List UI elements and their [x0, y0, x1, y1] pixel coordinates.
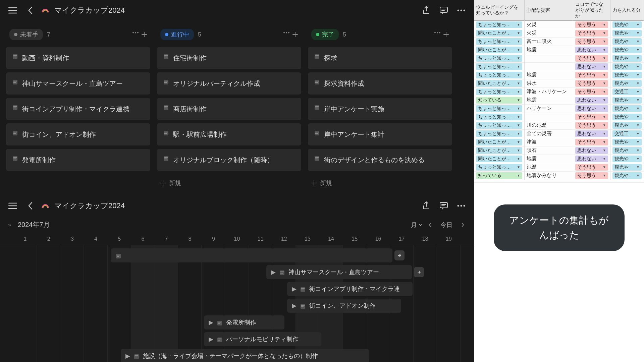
- column-add-icon[interactable]: [292, 32, 298, 37]
- kanban-card[interactable]: 神山サマースクール・直島ツアー: [6, 72, 150, 95]
- kanban-card[interactable]: 探求: [308, 47, 452, 69]
- column-more-icon[interactable]: [132, 32, 139, 37]
- tag-cell[interactable]: 観光や▼: [612, 172, 642, 179]
- tag-cell[interactable]: 観光や▼: [612, 80, 642, 87]
- sheet-header[interactable]: コロナでつながりが減ったか: [573, 0, 610, 20]
- kanban-card[interactable]: オリジナルパーティクル作成: [157, 72, 301, 95]
- cell[interactable]: 地震: [524, 71, 573, 79]
- table-row[interactable]: 聞いたことが…▼津波そう思う▼観光や▼: [474, 138, 644, 146]
- table-row[interactable]: 聞いたことが…▼地震思わない▼観光や▼: [474, 46, 644, 54]
- cell[interactable]: [524, 62, 573, 71]
- tag-cell[interactable]: そう思う▼: [575, 21, 608, 28]
- timeline-bar[interactable]: ▶街コインアプリ制作・マイクラ連: [287, 282, 413, 296]
- tag-cell[interactable]: 思わない▼: [575, 147, 608, 154]
- table-row[interactable]: ちょっと知っ…▼火災そう思う▼観光や▼: [474, 20, 644, 29]
- tag-cell[interactable]: 観光や▼: [612, 139, 642, 145]
- cell[interactable]: 地震: [524, 155, 573, 163]
- collapse-icon[interactable]: ▶: [125, 352, 130, 360]
- timeline-body[interactable]: ▶神山サマースクール・直島ツアー▶街コインアプリ制作・マイクラ連▶街コイン、アド…: [0, 245, 474, 362]
- tag-cell[interactable]: 交通工▼: [612, 130, 642, 137]
- share-icon[interactable]: [420, 200, 432, 212]
- kanban-card[interactable]: 街コインアプリ制作・マイクラ連携: [6, 98, 150, 120]
- tag-cell[interactable]: ちょっと知っ…▼: [476, 88, 522, 95]
- tag-cell[interactable]: 思わない▼: [575, 97, 608, 104]
- tag-cell[interactable]: 観光や▼: [612, 63, 642, 70]
- table-row[interactable]: ちょっと知っ…▼そう思う▼観光や▼: [474, 113, 644, 121]
- tag-cell[interactable]: 聞いたことが…▼: [476, 139, 522, 145]
- kanban-card[interactable]: 駅・駅前広場制作: [157, 123, 301, 145]
- tag-cell[interactable]: 観光や▼: [612, 38, 642, 45]
- table-row[interactable]: ちょっと知っ…▼氾濫そう思う▼観光や▼: [474, 163, 644, 171]
- tag-cell[interactable]: そう思う▼: [575, 164, 608, 171]
- tag-cell[interactable]: ちょっと知っ…▼: [476, 114, 522, 120]
- column-more-icon[interactable]: [434, 32, 441, 37]
- table-row[interactable]: ちょっと知っ…▼思わない▼観光や▼: [474, 62, 644, 71]
- menu-icon[interactable]: [7, 4, 19, 16]
- tag-cell[interactable]: 観光や▼: [612, 156, 642, 162]
- table-row[interactable]: 知っている▼地震かみなりそう思う▼観光や▼: [474, 171, 644, 180]
- tag-cell[interactable]: ちょっと知っ…▼: [476, 38, 522, 45]
- kanban-card[interactable]: 岸中アンケート集計: [308, 123, 452, 145]
- prev-arrow-icon[interactable]: [427, 222, 433, 228]
- timeline-bar[interactable]: ▶施設（海・ライブ会場・テーマパークが一体となったもの）制作: [121, 349, 369, 362]
- cell[interactable]: 地震: [524, 46, 573, 54]
- cell[interactable]: 氾濫: [524, 163, 573, 171]
- tag-cell[interactable]: 観光や▼: [612, 105, 642, 112]
- kanban-card[interactable]: 住宅街制作: [157, 47, 301, 69]
- more-icon[interactable]: [455, 200, 467, 212]
- sheet-header[interactable]: 力を入れる分: [610, 0, 644, 20]
- status-pill[interactable]: 進行中: [160, 29, 194, 40]
- cell[interactable]: [524, 113, 573, 121]
- tag-cell[interactable]: 聞いたことが…▼: [476, 156, 522, 162]
- cell[interactable]: 富士山噴火: [524, 37, 573, 46]
- collapse-icon[interactable]: ▶: [271, 268, 276, 276]
- table-row[interactable]: ちょっと知っ…▼津波・ハリケーンそう思う▼交通工▼: [474, 87, 644, 96]
- cell[interactable]: 火災: [524, 29, 573, 37]
- tag-cell[interactable]: 交通工▼: [612, 88, 642, 95]
- tag-cell[interactable]: 観光や▼: [612, 30, 642, 37]
- status-pill[interactable]: 完了: [311, 29, 339, 40]
- tag-cell[interactable]: 知っている▼: [476, 97, 522, 104]
- tag-cell[interactable]: そう思う▼: [575, 80, 608, 87]
- tag-cell[interactable]: 思わない▼: [575, 63, 608, 70]
- table-row[interactable]: ちょっと知っ…▼全ての災害思わない▼交通工▼: [474, 129, 644, 138]
- tag-cell[interactable]: 知っている▼: [476, 172, 522, 179]
- tag-cell[interactable]: 観光や▼: [612, 47, 642, 53]
- tag-cell[interactable]: そう思う▼: [575, 139, 608, 145]
- collapse-icon[interactable]: ▶: [209, 319, 213, 326]
- timeline-bar[interactable]: ▶発電所制作: [204, 315, 284, 329]
- column-add-icon[interactable]: [142, 32, 147, 37]
- collapse-icon[interactable]: ▶: [292, 285, 297, 293]
- tag-cell[interactable]: ちょっと知っ…▼: [476, 164, 522, 171]
- share-icon[interactable]: [420, 4, 432, 16]
- tag-cell[interactable]: そう思う▼: [575, 72, 608, 78]
- tag-cell[interactable]: 思わない▼: [575, 156, 608, 162]
- tag-cell[interactable]: そう思う▼: [575, 172, 608, 179]
- tag-cell[interactable]: 思わない▼: [575, 47, 608, 53]
- add-card-button[interactable]: 新規: [308, 174, 452, 192]
- kanban-card[interactable]: 岸中アンケート実施: [308, 98, 452, 120]
- kanban-card[interactable]: 発電所制作: [6, 149, 150, 171]
- cell[interactable]: 全ての災害: [524, 129, 573, 138]
- cell[interactable]: 火災: [524, 20, 573, 29]
- tag-cell[interactable]: ちょっと知っ…▼: [476, 55, 522, 62]
- tag-cell[interactable]: そう思う▼: [575, 114, 608, 120]
- table-row[interactable]: ちょっと知っ…▼そう思う▼観光や▼: [474, 54, 644, 62]
- tag-cell[interactable]: そう思う▼: [575, 122, 608, 129]
- tag-cell[interactable]: そう思う▼: [575, 30, 608, 37]
- cell[interactable]: 地震かみなり: [524, 171, 573, 180]
- table-row[interactable]: ちょっと知っ…▼地震そう思う▼観光や▼: [474, 71, 644, 79]
- more-icon[interactable]: [455, 4, 467, 16]
- tag-cell[interactable]: 観光や▼: [612, 122, 642, 129]
- cell[interactable]: 隕石: [524, 146, 573, 155]
- tag-cell[interactable]: 観光や▼: [612, 55, 642, 62]
- tag-cell[interactable]: 観光や▼: [612, 97, 642, 104]
- kanban-card[interactable]: 探求資料作成: [308, 72, 452, 95]
- tag-cell[interactable]: ちょっと知っ…▼: [476, 122, 522, 129]
- spreadsheet[interactable]: ウェルビーイングを知っているか？心配な災害コロナでつながりが減ったか力を入れる分…: [474, 0, 644, 183]
- comment-icon[interactable]: [438, 200, 450, 212]
- tag-cell[interactable]: そう思う▼: [575, 55, 608, 62]
- table-row[interactable]: 知っている▼地震思わない▼観光や▼: [474, 96, 644, 104]
- status-pill[interactable]: 未着手: [9, 29, 43, 40]
- table-row[interactable]: 聞いたことが…▼隕石思わない▼観光や▼: [474, 146, 644, 155]
